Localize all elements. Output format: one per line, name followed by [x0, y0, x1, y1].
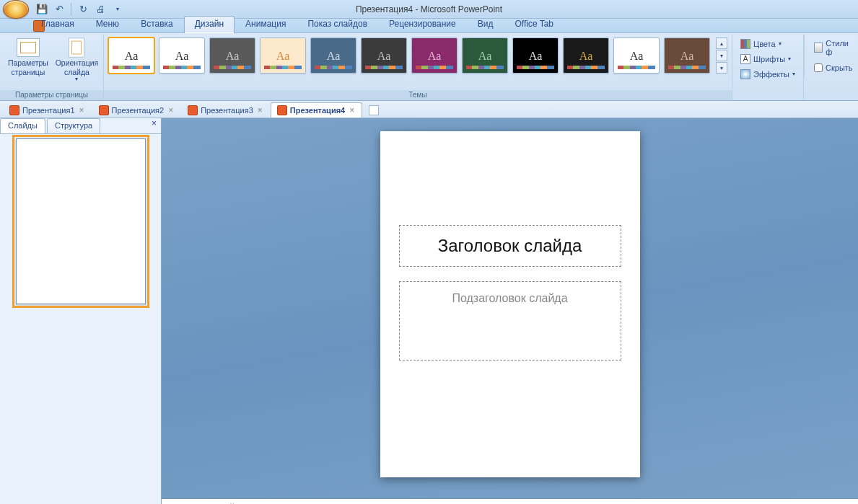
quick-access-toolbar: 💾 ↶ ↻ 🖨 ▾: [35, 2, 125, 17]
slide[interactable]: Заголовок слайда Подзаголовок слайда: [380, 131, 640, 477]
tab-home[interactable]: Главная: [30, 16, 85, 33]
close-icon[interactable]: ×: [348, 105, 356, 115]
doc-tab-label: Презентация2: [112, 106, 165, 115]
tab-officetab[interactable]: Office Tab: [504, 16, 564, 33]
doc-tab-label: Презентация3: [201, 106, 253, 115]
theme-aa-icon: Aa: [276, 50, 290, 63]
theme-thumb-10[interactable]: Aa: [563, 37, 609, 74]
title-placeholder[interactable]: Заголовок слайда: [399, 225, 621, 267]
panel-tab-slides[interactable]: Слайды: [0, 118, 45, 133]
doc-tab-4[interactable]: Презентация4 ×: [271, 102, 362, 118]
panel-tab-outline[interactable]: Структура: [47, 118, 100, 133]
canvas-area: Заголовок слайда Подзаголовок слайда Зам…: [162, 118, 858, 504]
theme-aa-icon: Aa: [630, 50, 644, 63]
tab-review[interactable]: Рецензирование: [378, 16, 467, 33]
group-themes: AaAaAaAaAaAaAaAaAaAaAaAa▴▾▾ Темы: [104, 35, 732, 100]
presentation-icon: [277, 105, 287, 115]
page-setup-button[interactable]: Параметры страницы: [3, 36, 53, 79]
orientation-button[interactable]: Ориентация слайда ▾: [53, 36, 100, 84]
gallery-down-icon[interactable]: ▾: [716, 50, 727, 61]
colors-label: Цвета: [753, 40, 776, 48]
group-background: Стили ф Скрыть: [804, 35, 858, 100]
orientation-icon: [69, 37, 84, 57]
theme-thumb-1[interactable]: Aa: [108, 37, 154, 74]
panel-tabs: Слайды Структура ×: [0, 118, 161, 134]
doc-tab-label: Презентация4: [290, 106, 345, 115]
qat-more-icon[interactable]: ▾: [110, 2, 125, 17]
window-title: Презентация4 - Microsoft PowerPoint: [356, 4, 502, 14]
fonts-button[interactable]: Шрифты ▾: [737, 53, 799, 66]
workspace: Слайды Структура × Заголовок слайда Подз…: [0, 118, 858, 504]
effects-icon: [740, 69, 750, 79]
theme-thumb-2[interactable]: Aa: [159, 37, 205, 74]
theme-thumb-5[interactable]: Aa: [310, 37, 356, 74]
tab-animation[interactable]: Анимация: [235, 16, 297, 33]
chevron-down-icon: ▾: [779, 41, 782, 47]
theme-color-bar: [416, 66, 453, 69]
doc-tab-2[interactable]: Презентация2 ×: [92, 102, 182, 118]
notes-pane[interactable]: Заметки к слайду: [162, 498, 858, 504]
theme-thumb-3[interactable]: Aa: [209, 37, 255, 74]
canvas-viewport[interactable]: Заголовок слайда Подзаголовок слайда: [162, 118, 858, 498]
office-button[interactable]: [3, 0, 29, 19]
doc-tab-1[interactable]: Презентация1 ×: [3, 102, 92, 118]
theme-color-bar: [163, 66, 201, 69]
hide-bg-check[interactable]: [814, 63, 823, 72]
theme-thumb-8[interactable]: Aa: [462, 37, 508, 74]
tab-insert[interactable]: Вставка: [130, 16, 184, 33]
fonts-label: Шрифты: [753, 55, 785, 63]
fonts-icon: [740, 54, 750, 64]
tab-design[interactable]: Дизайн: [184, 16, 235, 33]
undo-icon[interactable]: ↶: [52, 2, 66, 17]
theme-aa-icon: Aa: [529, 50, 543, 63]
group-label-page-setup: Параметры страницы: [0, 90, 103, 100]
bg-styles-label: Стили ф: [826, 39, 852, 56]
doc-tab-3[interactable]: Презентация3 ×: [181, 102, 271, 118]
theme-thumb-12[interactable]: Aa: [664, 37, 710, 74]
gallery-more-icon[interactable]: ▾: [716, 62, 727, 74]
effects-button[interactable]: Эффекты ▾: [737, 68, 799, 81]
effects-label: Эффекты: [753, 70, 789, 79]
hide-bg-checkbox[interactable]: Скрыть: [810, 62, 857, 74]
page-setup-icon: [17, 38, 40, 57]
qat-separator: [71, 3, 71, 16]
subtitle-placeholder[interactable]: Подзаголовок слайда: [399, 281, 621, 361]
close-icon[interactable]: ×: [167, 105, 175, 115]
group-theme-variants: Цвета ▾ Шрифты ▾ Эффекты ▾: [732, 35, 804, 100]
theme-thumb-7[interactable]: Aa: [411, 37, 458, 74]
orientation-label: Ориентация слайда: [56, 58, 99, 76]
theme-aa-icon: Aa: [125, 50, 139, 63]
group-label-themes: Темы: [104, 90, 732, 100]
bg-styles-button[interactable]: Стили ф: [810, 37, 857, 58]
tab-slideshow[interactable]: Показ слайдов: [297, 16, 378, 33]
slide-thumbnail-1[interactable]: [16, 138, 146, 304]
theme-thumb-9[interactable]: Aa: [512, 37, 559, 74]
save-icon[interactable]: 💾: [35, 2, 49, 17]
theme-aa-icon: Aa: [175, 50, 189, 63]
close-icon[interactable]: ×: [78, 105, 86, 115]
close-icon[interactable]: ×: [256, 105, 264, 115]
panel-close-icon[interactable]: ×: [147, 118, 161, 133]
print-icon[interactable]: 🖨: [93, 2, 108, 17]
colors-button[interactable]: Цвета ▾: [737, 37, 799, 50]
theme-thumb-6[interactable]: Aa: [361, 37, 407, 74]
theme-thumb-11[interactable]: Aa: [613, 37, 660, 74]
gallery-up-icon[interactable]: ▴: [716, 37, 727, 49]
doc-tab-new[interactable]: [362, 102, 385, 118]
theme-aa-icon: Aa: [579, 50, 593, 63]
theme-thumb-4[interactable]: Aa: [260, 37, 306, 74]
chevron-down-icon: ▾: [788, 56, 791, 62]
theme-color-bar: [365, 66, 403, 69]
tab-menu[interactable]: Меню: [85, 16, 130, 33]
ribbon: Параметры страницы Ориентация слайда ▾ П…: [0, 33, 858, 101]
thumbnails-area[interactable]: [0, 134, 161, 504]
theme-color-bar: [668, 66, 706, 69]
presentation-icon: [9, 105, 19, 115]
tab-view[interactable]: Вид: [467, 16, 504, 33]
ribbon-tabs: Главная Меню Вставка Дизайн Анимация Пок…: [30, 16, 564, 33]
hide-bg-label: Скрыть: [826, 63, 853, 72]
chevron-down-icon: ▾: [792, 71, 795, 77]
presentation-icon: [99, 105, 109, 115]
redo-icon[interactable]: ↻: [76, 2, 90, 17]
theme-aa-icon: Aa: [327, 50, 341, 63]
